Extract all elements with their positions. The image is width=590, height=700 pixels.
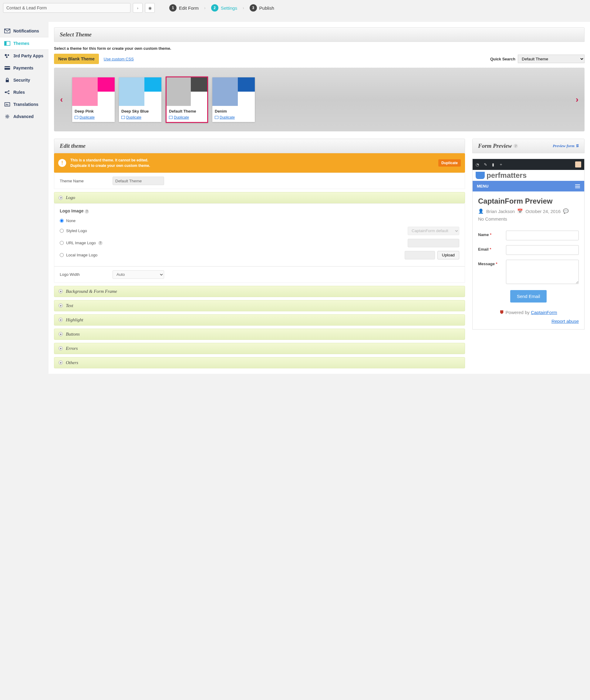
step-settings[interactable]: 2 Settings — [211, 4, 237, 11]
send-email-button[interactable]: Send Email — [510, 290, 547, 302]
carousel-prev-button[interactable]: ‹ — [60, 95, 63, 104]
help-icon[interactable]: ? — [85, 209, 89, 213]
duplicate-icon — [121, 116, 125, 119]
svg-line-12 — [6, 91, 8, 92]
brush-icon[interactable]: ✎ — [484, 162, 487, 167]
chevron-right-icon: › — [204, 5, 206, 10]
url-logo-input[interactable] — [408, 239, 459, 247]
duplicate-link[interactable]: Duplicate — [126, 115, 141, 119]
step-edit-form[interactable]: 1 Edit Form — [169, 4, 199, 11]
captainform-link[interactable]: CaptainForm — [531, 310, 557, 315]
calendar-icon: 📅 — [517, 208, 523, 214]
sidebar-item-payments[interactable]: Payments — [0, 62, 48, 74]
svg-rect-2 — [5, 41, 7, 45]
svg-line-13 — [6, 93, 8, 93]
theme-card-default-theme[interactable]: Default Theme Duplicate — [166, 77, 208, 123]
sidebar-item-translations[interactable]: Aa Translations — [0, 98, 48, 110]
logo-image-label: Logo Image — [60, 208, 84, 213]
svg-point-9 — [5, 92, 6, 93]
accordion-background[interactable]: ▸Background & Form Frame — [54, 286, 465, 297]
sidebar-item-notifications[interactable]: Notifications — [0, 25, 48, 37]
wp-admin-bar: ◔ ✎ ▮ ＋ — [473, 159, 584, 170]
accordion-text[interactable]: ▸Text — [54, 300, 465, 311]
local-logo-input[interactable] — [405, 251, 435, 259]
site-logo: perfmatters — [473, 170, 584, 181]
warning-icon: ! — [58, 159, 66, 167]
expand-icon: ▸ — [59, 289, 63, 293]
radio-local-logo[interactable] — [60, 253, 64, 257]
duplicate-button[interactable]: Duplicate — [438, 159, 461, 167]
quick-search-select[interactable]: Default Theme — [518, 55, 585, 63]
sidebar-item-rules[interactable]: Rules — [0, 86, 48, 98]
user-icon: 👤 — [478, 208, 484, 214]
menu-label[interactable]: MENU — [477, 184, 488, 188]
preview-pane: ◔ ✎ ▮ ＋ perfmatters MENU — [472, 159, 585, 330]
preview-name-input[interactable] — [506, 231, 579, 240]
collapse-icon: ▾ — [59, 196, 63, 200]
comment-icon[interactable]: ▮ — [492, 162, 494, 167]
sidebar-item-3rd-party[interactable]: 3rd Party Apps — [0, 50, 48, 62]
duplicate-link[interactable]: Duplicate — [80, 115, 95, 119]
radio-none[interactable] — [60, 219, 64, 223]
avatar[interactable] — [575, 161, 581, 168]
sidebar-item-security[interactable]: Security — [0, 74, 48, 86]
help-icon[interactable]: ? — [98, 241, 103, 245]
share-icon — [4, 90, 10, 95]
accordion-errors[interactable]: ▸Errors — [54, 343, 465, 354]
mail-icon — [4, 28, 10, 33]
quick-search-label: Quick Search — [490, 57, 515, 61]
svg-point-10 — [8, 90, 9, 92]
svg-rect-8 — [6, 80, 9, 82]
dashboard-icon[interactable]: ◔ — [476, 162, 479, 167]
expand-icon: ▸ — [59, 318, 63, 322]
radio-styled-logo[interactable] — [60, 229, 64, 233]
step-publish[interactable]: 3 Publish — [250, 4, 274, 11]
theme-carousel: ‹ Deep Pink Duplicate Deep Sky Blue Dupl… — [54, 68, 585, 132]
hamburger-icon[interactable] — [575, 184, 580, 188]
svg-rect-7 — [5, 67, 10, 68]
radio-url-logo[interactable] — [60, 241, 64, 245]
gear-icon — [4, 114, 10, 119]
accordion-buttons[interactable]: ▸Buttons — [54, 329, 465, 340]
use-custom-css-link[interactable]: Use custom CSS — [104, 57, 134, 61]
duplicate-link[interactable]: Duplicate — [174, 115, 189, 119]
accordion-highlight[interactable]: ▸Highlight — [54, 314, 465, 326]
preview-message-input[interactable] — [506, 260, 579, 284]
go-button[interactable]: › — [133, 3, 142, 13]
expand-icon: ▸ — [59, 332, 63, 336]
logo-width-label: Logo Width — [60, 272, 108, 277]
accordion-logo[interactable]: ▾ Logo — [54, 192, 465, 203]
theme-name-input[interactable] — [112, 177, 164, 185]
svg-line-23 — [6, 117, 6, 118]
preview-icon-button[interactable]: ◉ — [145, 3, 155, 13]
help-icon[interactable]: ? — [513, 144, 518, 148]
theme-card-deep-pink[interactable]: Deep Pink Duplicate — [72, 77, 115, 122]
accordion-others[interactable]: ▸Others — [54, 357, 465, 368]
select-theme-subtext: Select a theme for this form or create y… — [54, 46, 585, 51]
carousel-next-button[interactable]: › — [576, 95, 579, 104]
form-name-input[interactable] — [3, 3, 130, 13]
logo-width-select[interactable]: Auto — [112, 270, 164, 279]
new-blank-theme-button[interactable]: New Blank Theme — [54, 54, 99, 64]
svg-line-24 — [8, 115, 9, 115]
preview-form-link[interactable]: Preview form ⇅ — [553, 144, 579, 148]
upload-button[interactable]: Upload — [437, 251, 459, 259]
preview-title: CaptainForm Preview — [478, 197, 579, 205]
theme-card-denim[interactable]: Denim Duplicate — [212, 77, 255, 122]
duplicate-icon — [169, 116, 173, 119]
form-preview-header: Form Preview — [478, 143, 512, 149]
preview-email-input[interactable] — [506, 245, 579, 255]
styled-logo-select[interactable]: CaptainForm default — [408, 227, 459, 235]
themes-icon — [4, 41, 10, 46]
plus-icon[interactable]: ＋ — [499, 162, 503, 167]
report-abuse-link[interactable]: Report abuse — [552, 319, 579, 324]
sidebar-item-advanced[interactable]: Advanced — [0, 110, 48, 122]
duplicate-icon — [215, 116, 218, 119]
duplicate-link[interactable]: Duplicate — [220, 115, 235, 119]
svg-point-11 — [8, 93, 9, 94]
perfmatters-icon — [476, 172, 485, 179]
sidebar-item-themes[interactable]: Themes — [0, 37, 48, 50]
svg-point-4 — [8, 54, 9, 56]
theme-card-deep-sky-blue[interactable]: Deep Sky Blue Duplicate — [119, 77, 161, 122]
duplicate-icon — [75, 116, 78, 119]
